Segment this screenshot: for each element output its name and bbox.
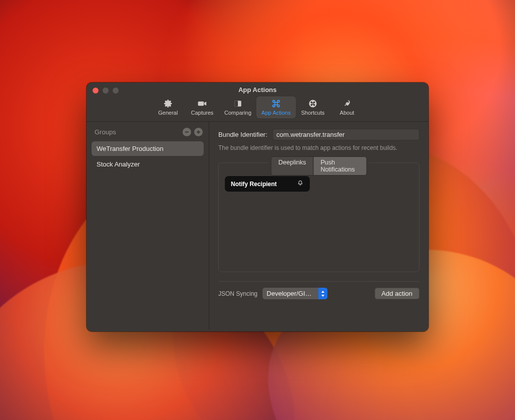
segment-push-notifications[interactable]: Push Notifications — [313, 156, 367, 176]
segment-label: Push Notifications — [320, 159, 355, 173]
traffic-lights — [93, 88, 119, 94]
svg-rect-5 — [197, 132, 200, 133]
remove-group-button[interactable] — [183, 128, 191, 136]
minimize-window-button[interactable] — [103, 88, 109, 94]
command-icon — [271, 99, 282, 109]
segment-deeplinks[interactable]: Deeplinks — [271, 156, 314, 176]
main-panel: Bundle Identifier: The bundle identifier… — [209, 122, 428, 329]
desktop-wallpaper: App Actions General Captures Compar — [0, 0, 515, 420]
svg-point-2 — [309, 100, 316, 108]
group-item-label: Stock Analyzer — [97, 160, 140, 168]
video-icon — [197, 99, 208, 109]
gear-icon — [162, 99, 174, 109]
group-item[interactable]: Stock Analyzer — [92, 157, 204, 172]
tab-label: General — [158, 110, 178, 116]
preferences-toolbar: General Captures Comparing App Actions — [87, 97, 428, 122]
tab-label: Captures — [191, 110, 214, 116]
split-icon — [232, 99, 243, 109]
bundle-identifier-input[interactable] — [273, 129, 419, 140]
tab-label: Shortcuts — [301, 110, 324, 116]
tab-app-actions[interactable]: App Actions — [256, 97, 296, 118]
rocket-icon — [341, 99, 353, 109]
svg-rect-1 — [234, 101, 238, 107]
bell-icon — [297, 180, 304, 188]
tab-general[interactable]: General — [151, 97, 185, 118]
tab-label: App Actions — [262, 110, 291, 116]
groups-sidebar: Groups WeTransfer Production Stock Analy — [87, 122, 209, 329]
bundle-identifier-help: The bundle identifier is used to match a… — [218, 144, 419, 151]
actions-card: Deeplinks Push Notifications Notify Reci… — [218, 162, 419, 272]
preferences-window: App Actions General Captures Compar — [87, 82, 428, 331]
bundle-identifier-label: Bundle Identifier: — [218, 131, 268, 138]
add-group-button[interactable] — [194, 128, 203, 136]
json-syncing-label: JSON Syncing — [218, 290, 258, 297]
command-badge-icon — [307, 99, 318, 109]
minus-icon — [185, 130, 189, 134]
chevron-up-down-icon — [318, 288, 327, 299]
add-action-label: Add action — [382, 290, 412, 297]
segment-label: Deeplinks — [279, 159, 306, 166]
tab-label: Comparing — [224, 110, 251, 116]
action-chip[interactable]: Notify Recipient — [225, 176, 310, 192]
add-action-button[interactable]: Add action — [375, 288, 419, 299]
tab-captures[interactable]: Captures — [185, 97, 219, 118]
window-title: App Actions — [238, 86, 277, 94]
tab-label: About — [340, 110, 355, 116]
tab-shortcuts[interactable]: Shortcuts — [296, 97, 330, 118]
plus-icon — [196, 130, 201, 134]
zoom-window-button[interactable] — [113, 88, 119, 94]
json-syncing-popup[interactable]: Developer/GIT… — [263, 288, 327, 299]
divider — [218, 281, 419, 282]
json-syncing-value: Developer/GIT… — [263, 290, 318, 297]
tab-comparing[interactable]: Comparing — [219, 97, 256, 118]
close-window-button[interactable] — [93, 88, 99, 94]
group-item[interactable]: WeTransfer Production — [92, 141, 204, 156]
tab-about[interactable]: About — [330, 97, 364, 118]
groups-heading: Groups — [95, 128, 116, 136]
group-item-label: WeTransfer Production — [97, 145, 163, 152]
svg-rect-3 — [185, 132, 189, 133]
titlebar: App Actions — [87, 82, 428, 97]
action-chip-label: Notify Recipient — [231, 181, 277, 188]
actions-mode-segmented: Deeplinks Push Notifications — [269, 156, 369, 176]
